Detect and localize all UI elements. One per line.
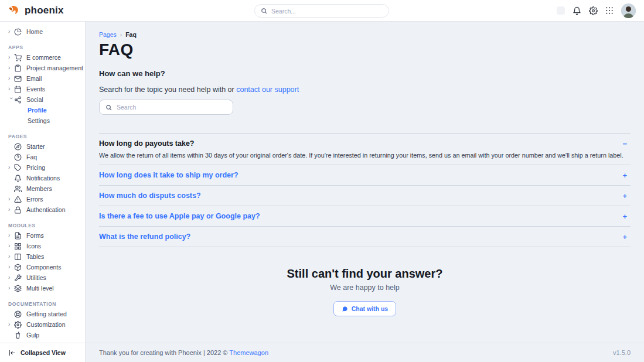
caret-right-icon: › bbox=[8, 207, 14, 213]
chat-with-us-label: Chat with us bbox=[352, 305, 388, 312]
faq-item-disputes[interactable]: How much do disputs costs? + bbox=[99, 186, 631, 206]
sidebar-item-getting-started[interactable]: Getting started bbox=[8, 309, 81, 319]
sidebar-item-label: Utilities bbox=[26, 274, 46, 281]
bell-icon[interactable] bbox=[573, 6, 581, 15]
footer-version: v1.5.0 bbox=[613, 349, 631, 356]
faq-question: What is the refund policy? bbox=[99, 233, 190, 241]
sidebar-item-ecommerce[interactable]: › E commerce bbox=[8, 52, 81, 63]
sidebar-item-icons[interactable]: › Icons bbox=[8, 241, 81, 251]
expand-plus-icon[interactable]: + bbox=[622, 213, 631, 220]
sidebar-item-label: Pricing bbox=[26, 164, 45, 171]
pie-chart-icon bbox=[14, 28, 22, 36]
contact-support-link[interactable]: contact our support bbox=[236, 86, 299, 94]
caret-right-icon: › bbox=[8, 76, 14, 81]
sidebar-item-starter[interactable]: Starter bbox=[8, 141, 81, 152]
cta-subtitle: We are happy to help bbox=[99, 284, 631, 292]
faq-item-shipping[interactable]: How long does it take to ship my order? … bbox=[99, 165, 631, 186]
top-navbar: phoenix bbox=[0, 0, 644, 22]
sidebar-item-multi-level[interactable]: › Multi level bbox=[8, 283, 81, 293]
life-buoy-icon bbox=[14, 310, 22, 318]
sidebar-item-label: Events bbox=[26, 86, 45, 93]
faq-search[interactable] bbox=[99, 100, 233, 115]
global-search[interactable] bbox=[254, 4, 389, 18]
user-avatar[interactable] bbox=[621, 4, 636, 18]
caret-right-icon: › bbox=[8, 264, 14, 270]
gear-icon[interactable] bbox=[589, 6, 598, 15]
sidebar-item-social[interactable]: › Social bbox=[8, 94, 81, 105]
sidebar-item-label: Settings bbox=[28, 117, 50, 124]
faq-search-input[interactable] bbox=[117, 104, 227, 111]
table-icon bbox=[14, 253, 22, 261]
collapse-arrow-icon bbox=[8, 349, 16, 357]
faq-answer: We allow the return of all items within … bbox=[99, 152, 631, 159]
faq-question: How long do payouts take? bbox=[99, 139, 195, 148]
share-icon bbox=[14, 96, 22, 104]
sidebar-item-label: Profile bbox=[28, 107, 47, 114]
chat-bubble-icon bbox=[342, 306, 348, 312]
sidebar-item-events[interactable]: › Events bbox=[8, 84, 81, 94]
sidebar-item-label: Multi level bbox=[26, 285, 54, 292]
sidebar-item-members[interactable]: Members bbox=[8, 183, 81, 194]
search-icon bbox=[261, 8, 267, 14]
sidebar-item-pricing[interactable]: › Pricing bbox=[8, 162, 81, 173]
tag-icon bbox=[14, 164, 22, 172]
expand-plus-icon[interactable]: + bbox=[622, 192, 631, 200]
sidebar-item-label: E commerce bbox=[26, 54, 61, 61]
theme-toggle[interactable] bbox=[557, 6, 565, 15]
caret-right-icon: › bbox=[8, 29, 14, 35]
sidebar-item-home[interactable]: › Home bbox=[8, 26, 81, 37]
help-circle-icon bbox=[14, 153, 22, 161]
faq-item-apple-google-pay[interactable]: Is there a fee to use Apple pay or Googl… bbox=[99, 206, 631, 227]
sidebar-item-faq[interactable]: Faq bbox=[8, 152, 81, 162]
sidebar-item-customization[interactable]: › Customization bbox=[8, 319, 81, 330]
sidebar-item-label: Getting started bbox=[26, 310, 67, 317]
sidebar-item-label: Icons bbox=[26, 243, 41, 250]
clipboard-icon bbox=[14, 64, 22, 72]
apps-grid-icon[interactable] bbox=[605, 6, 614, 15]
chevron-right-icon: › bbox=[120, 32, 122, 38]
sidebar-item-profile[interactable]: Profile bbox=[8, 105, 81, 115]
brand-logo[interactable]: phoenix bbox=[8, 5, 64, 17]
caret-right-icon: › bbox=[8, 196, 14, 202]
faq-accordion: How long do payouts take? − We allow the… bbox=[99, 133, 631, 247]
collapsed-view-toggle[interactable]: Collapsed View bbox=[0, 343, 85, 362]
faq-question: How much do disputs costs? bbox=[99, 192, 201, 200]
alert-triangle-icon bbox=[14, 196, 22, 203]
faq-page: Pages › Faq FAQ How can we help? Search … bbox=[86, 22, 644, 343]
sidebar-item-project-management[interactable]: › Project management bbox=[8, 63, 81, 73]
caret-down-icon: › bbox=[8, 97, 14, 103]
sidebar-item-label: Customization bbox=[26, 321, 66, 328]
sidebar-item-components[interactable]: › Components bbox=[8, 262, 81, 272]
sidebar-item-email[interactable]: › Email bbox=[8, 73, 81, 84]
breadcrumb-pages-link[interactable]: Pages bbox=[99, 31, 117, 38]
themewagon-link[interactable]: Themewagon bbox=[229, 349, 268, 356]
faq-item-payouts[interactable]: How long do payouts take? − We allow the… bbox=[99, 134, 631, 165]
shopping-cart-icon bbox=[14, 54, 22, 62]
search-icon bbox=[105, 104, 112, 111]
chat-with-us-button[interactable]: Chat with us bbox=[333, 301, 396, 316]
sidebar-item-settings[interactable]: Settings bbox=[8, 115, 81, 126]
lock-icon bbox=[14, 206, 22, 214]
users-icon bbox=[14, 185, 22, 193]
sidebar-item-label: Components bbox=[26, 264, 62, 271]
faq-item-refund-policy[interactable]: What is the refund policy? + bbox=[99, 227, 631, 247]
sidebar-item-authentication[interactable]: › Authentication bbox=[8, 204, 81, 215]
global-search-input[interactable] bbox=[271, 8, 383, 15]
sidebar-section-documentation: DOCUMENTATION bbox=[8, 299, 81, 309]
expand-plus-icon[interactable]: + bbox=[622, 172, 631, 179]
expand-plus-icon[interactable]: + bbox=[622, 233, 631, 241]
sidebar-item-forms[interactable]: › Forms bbox=[8, 230, 81, 241]
sidebar-item-errors[interactable]: › Errors bbox=[8, 194, 81, 204]
sidebar-section-pages: PAGES bbox=[8, 132, 81, 141]
sidebar-item-tables[interactable]: › Tables bbox=[8, 251, 81, 262]
sidebar-item-notifications[interactable]: Notifications bbox=[8, 173, 81, 183]
sidebar-item-label: Notifications bbox=[26, 175, 60, 182]
collapse-minus-icon[interactable]: − bbox=[622, 140, 631, 148]
sidebar-item-utilities[interactable]: › Utilities bbox=[8, 272, 81, 283]
cta-section: Still can't find your answer? We are hap… bbox=[99, 267, 631, 316]
layers-icon bbox=[14, 285, 22, 292]
sidebar-item-gulp[interactable]: Gulp bbox=[8, 330, 81, 340]
sidebar-item-label: Starter bbox=[26, 143, 45, 150]
help-heading: How can we help? bbox=[99, 69, 631, 78]
sidebar-section-apps: APPS bbox=[8, 43, 81, 52]
